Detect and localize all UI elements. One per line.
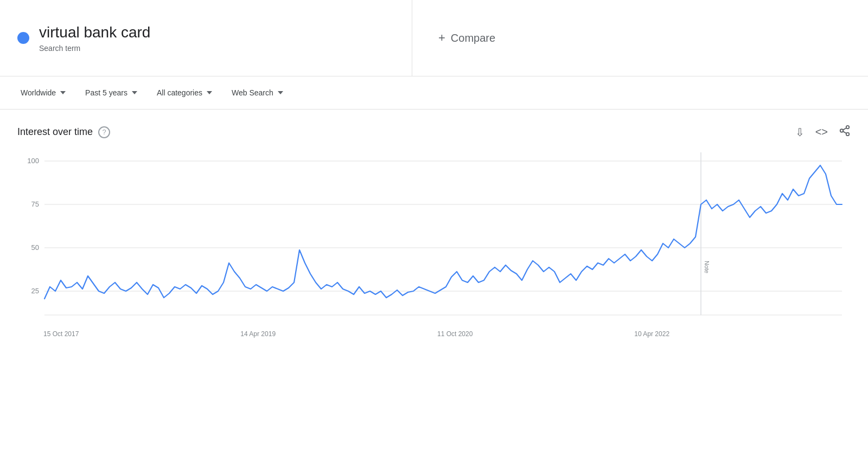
term-color-dot xyxy=(17,32,29,44)
chart-actions: ⇩ <> xyxy=(795,125,851,139)
x-label-2: 14 Apr 2019 xyxy=(240,330,276,338)
term-text-group: virtual bank card Search term xyxy=(39,23,150,53)
time-range-label: Past 5 years xyxy=(85,88,127,97)
chart-title: Interest over time xyxy=(17,126,93,138)
category-chevron-icon xyxy=(207,91,212,94)
interest-over-time-chart: 100 75 50 25 Note xyxy=(17,152,851,326)
term-type: Search term xyxy=(39,44,150,53)
chart-container: 100 75 50 25 Note xyxy=(17,152,851,326)
compare-label: Compare xyxy=(451,32,495,44)
svg-text:Note: Note xyxy=(704,261,710,273)
trend-line xyxy=(44,165,842,299)
svg-text:50: 50 xyxy=(31,243,39,252)
time-range-filter[interactable]: Past 5 years xyxy=(78,84,145,101)
region-filter[interactable]: Worldwide xyxy=(13,84,73,101)
category-label: All categories xyxy=(157,88,202,97)
search-type-chevron-icon xyxy=(278,91,283,94)
category-filter[interactable]: All categories xyxy=(149,84,220,101)
search-type-label: Web Search xyxy=(232,88,273,97)
x-axis-labels: 15 Oct 2017 14 Apr 2019 11 Oct 2020 10 A… xyxy=(17,326,851,338)
embed-icon[interactable]: <> xyxy=(815,126,828,138)
x-label-3: 11 Oct 2020 xyxy=(437,330,473,338)
help-icon[interactable]: ? xyxy=(98,126,110,138)
svg-line-4 xyxy=(843,128,846,130)
search-term-section: virtual bank card Search term xyxy=(0,0,412,76)
x-label-4: 10 Apr 2022 xyxy=(634,330,669,338)
svg-line-3 xyxy=(843,131,846,133)
term-name: virtual bank card xyxy=(39,23,150,42)
chart-title-group: Interest over time ? xyxy=(17,126,110,138)
compare-button[interactable]: + Compare xyxy=(412,18,521,58)
search-type-filter[interactable]: Web Search xyxy=(224,84,291,101)
time-range-chevron-icon xyxy=(132,91,137,94)
download-icon[interactable]: ⇩ xyxy=(795,126,805,139)
chart-header: Interest over time ? ⇩ <> xyxy=(17,125,851,139)
filters-bar: Worldwide Past 5 years All categories We… xyxy=(0,76,868,110)
x-label-1: 15 Oct 2017 xyxy=(43,330,79,338)
compare-plus-icon: + xyxy=(438,31,445,45)
region-chevron-icon xyxy=(60,91,66,94)
svg-text:100: 100 xyxy=(27,157,39,165)
region-label: Worldwide xyxy=(21,88,56,97)
header: virtual bank card Search term + Compare xyxy=(0,0,868,76)
svg-text:25: 25 xyxy=(31,287,39,295)
chart-section: Interest over time ? ⇩ <> xyxy=(0,110,868,346)
share-icon[interactable] xyxy=(839,125,851,139)
svg-text:75: 75 xyxy=(31,200,39,208)
